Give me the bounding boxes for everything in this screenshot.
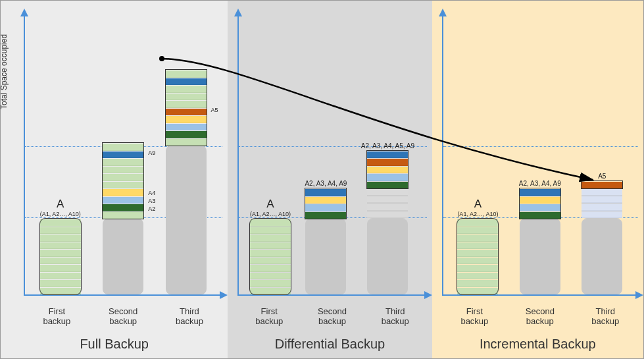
xlabel: First backup bbox=[451, 306, 497, 327]
x-axis bbox=[24, 294, 226, 296]
new-block-diff-second bbox=[305, 188, 346, 219]
xlabel: First backup bbox=[34, 306, 80, 327]
bar-diff-third: A2, A3, A4, A5, A9 bbox=[361, 142, 414, 295]
bar-diff-first: A (A1, A2…, A10) bbox=[250, 198, 291, 294]
files-label: A2, A3, A4, A9 bbox=[519, 180, 561, 187]
xlabel: Second backup bbox=[517, 306, 563, 327]
bar-sublabel-a: (A1, A2…, A10) bbox=[457, 211, 498, 217]
tag-a9: A9 bbox=[148, 150, 155, 156]
new-block-full-second: A9 A4 A3 A2 bbox=[103, 143, 143, 219]
bar-full-third: A5 bbox=[166, 70, 207, 294]
x-axis bbox=[442, 294, 642, 296]
xlabel: Third backup bbox=[582, 306, 628, 327]
stack-incr-third bbox=[582, 181, 622, 295]
x-axis bbox=[237, 294, 430, 296]
bar-label-a: A bbox=[57, 198, 64, 211]
bars-full: A (A1, A2…, A10) bbox=[29, 13, 217, 294]
ghost-block bbox=[166, 146, 207, 294]
bar-incr-third: A5 bbox=[582, 173, 622, 295]
panels-container: Total Space occupied A (A1, A2…, A10) bbox=[1, 1, 643, 358]
ghost-block bbox=[582, 219, 622, 294]
panel-full-backup: Total Space occupied A (A1, A2…, A10) bbox=[1, 1, 228, 358]
stack-full-third: A5 bbox=[166, 70, 207, 294]
bar-full-second: A9 A4 A3 A2 bbox=[103, 143, 143, 294]
panel-title-full: Full Backup bbox=[1, 337, 228, 352]
files-label: A2, A3, A4, A9 bbox=[305, 180, 347, 187]
ghost-block bbox=[367, 219, 408, 294]
chart-area-incr: A (A1, A2…, A10) A2, A3, A4, A9 bbox=[442, 14, 638, 296]
tag-a3: A3 bbox=[148, 198, 155, 204]
xlabel: Third backup bbox=[166, 306, 212, 327]
panel-title-incr: Incremental Backup bbox=[432, 337, 643, 352]
tag-a5: A5 bbox=[211, 107, 218, 113]
xlabels-diff: First backup Second backup Third backup bbox=[237, 306, 426, 327]
xlabel: Third backup bbox=[372, 306, 418, 327]
stack-diff-second bbox=[305, 188, 346, 294]
new-block-incr-second bbox=[520, 188, 560, 219]
bar-incr-second: A2, A3, A4, A9 bbox=[519, 180, 561, 294]
bars-diff: A (A1, A2…, A10) A2, A3, A4, A9 bbox=[243, 13, 421, 294]
ghost-block bbox=[367, 188, 408, 219]
tag-a4: A4 bbox=[148, 190, 155, 196]
new-block-incr-third bbox=[582, 181, 622, 189]
bar-sublabel-a: (A1, A2…, A10) bbox=[250, 211, 291, 217]
bar-diff-second: A2, A3, A4, A9 bbox=[305, 180, 347, 294]
ghost-block bbox=[520, 219, 560, 294]
y-axis-label: Total Space occupied bbox=[0, 34, 9, 109]
bar-label-a: A bbox=[266, 198, 274, 211]
stack-diff-first bbox=[250, 219, 291, 294]
ghost-block bbox=[582, 188, 622, 219]
panel-title-diff: Differential Backup bbox=[228, 337, 432, 352]
stack-full-first bbox=[40, 219, 81, 294]
bar-sublabel-a: (A1, A2…, A10) bbox=[40, 211, 81, 217]
y-axis bbox=[24, 10, 25, 296]
panel-incremental-backup: A (A1, A2…, A10) A2, A3, A4, A9 bbox=[432, 1, 643, 358]
new-block-diff-third bbox=[367, 151, 408, 189]
y-axis bbox=[442, 10, 443, 296]
ghost-block bbox=[103, 219, 143, 294]
tag-a2: A2 bbox=[148, 206, 155, 212]
bar-label-a: A bbox=[474, 198, 482, 211]
xlabel: First backup bbox=[246, 306, 292, 327]
bar-incr-first: A (A1, A2…, A10) bbox=[457, 198, 498, 294]
files-label: A5 bbox=[598, 173, 606, 180]
xlabel: Second backup bbox=[309, 306, 355, 327]
ghost-block bbox=[305, 219, 346, 294]
bar-full-first: A (A1, A2…, A10) bbox=[40, 198, 81, 294]
new-block-full-third: A5 bbox=[166, 70, 207, 146]
panel-differential-backup: A (A1, A2…, A10) A2, A3, A4, A9 bbox=[228, 1, 432, 358]
y-axis bbox=[237, 10, 239, 296]
xlabels-full: First backup Second backup Third backup bbox=[24, 306, 222, 327]
chart-area-full: A (A1, A2…, A10) bbox=[24, 14, 222, 296]
stack-full-second: A9 A4 A3 A2 bbox=[103, 143, 143, 294]
chart-area-diff: A (A1, A2…, A10) A2, A3, A4, A9 bbox=[237, 14, 426, 296]
files-label: A2, A3, A4, A5, A9 bbox=[361, 142, 414, 150]
stack-incr-first bbox=[457, 219, 498, 294]
stack-diff-third bbox=[367, 151, 408, 295]
bars-incr: A (A1, A2…, A10) A2, A3, A4, A9 bbox=[447, 13, 633, 294]
xlabels-incr: First backup Second backup Third backup bbox=[442, 306, 638, 327]
xlabel: Second backup bbox=[100, 306, 146, 327]
stack-incr-second bbox=[520, 188, 560, 294]
